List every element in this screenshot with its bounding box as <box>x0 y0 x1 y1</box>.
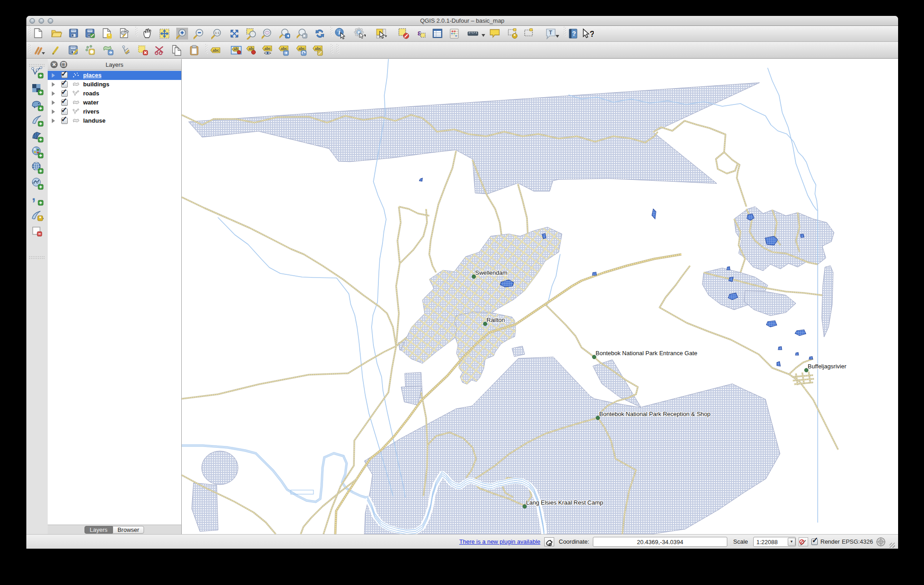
svg-text:*: * <box>109 34 110 39</box>
svg-text:abc: abc <box>281 46 288 51</box>
svg-text:ab: ab <box>248 46 253 51</box>
svg-text:Buffeljagsrivier: Buffeljagsrivier <box>808 363 847 370</box>
svg-text:abc: abc <box>264 46 271 51</box>
svg-text:abc: abc <box>315 46 322 51</box>
svg-text:ab: ab <box>233 47 238 51</box>
svg-text:abc: abc <box>298 46 305 51</box>
svg-text:1:1: 1:1 <box>215 31 219 35</box>
svg-text:T: T <box>549 30 552 36</box>
svg-text:Bontebok National Park Entranc: Bontebok National Park Entrance Gate <box>596 350 697 357</box>
svg-text:?: ? <box>572 30 576 37</box>
svg-text:Lang Elsies Kraal Rest Camp: Lang Elsies Kraal Rest Camp <box>526 499 603 506</box>
svg-text:Swellendam: Swellendam <box>475 269 507 276</box>
svg-text:,: , <box>32 193 35 203</box>
svg-text:*: * <box>39 215 41 222</box>
svg-text:Bontebok National Park Recepti: Bontebok National Park Reception & Shop <box>599 411 710 417</box>
svg-text:?: ? <box>590 30 594 39</box>
svg-text:*: * <box>514 33 516 39</box>
svg-text:Railton: Railton <box>487 317 505 323</box>
svg-text:abc: abc <box>213 48 219 53</box>
